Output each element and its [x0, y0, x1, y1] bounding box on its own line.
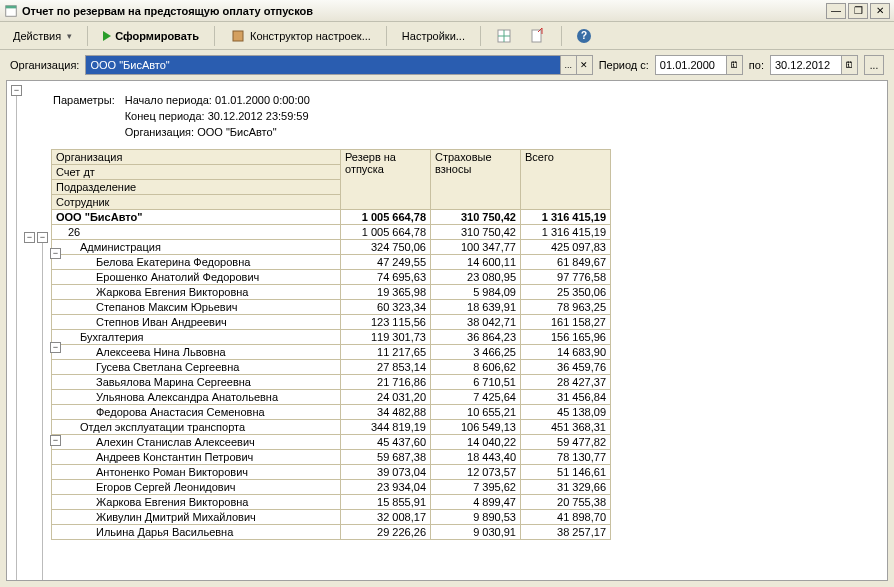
table-row[interactable]: Гусева Светлана Сергеевна27 853,148 606,… [52, 360, 611, 375]
cell-insurance: 106 549,13 [431, 420, 521, 435]
cell-reserve: 1 005 664,78 [341, 225, 431, 240]
table-row[interactable]: Живулин Дмитрий Михайлович32 008,179 890… [52, 510, 611, 525]
cell-reserve: 11 217,65 [341, 345, 431, 360]
period-from-field[interactable]: 🗓 [655, 55, 743, 75]
org-select-button[interactable]: ... [560, 56, 576, 74]
param-end-label: Конец периода: [125, 110, 205, 122]
cell-name: Администрация [52, 240, 341, 255]
cell-total: 425 097,83 [521, 240, 611, 255]
cell-insurance: 10 655,21 [431, 405, 521, 420]
table-row[interactable]: Антоненко Роман Викторович39 073,0412 07… [52, 465, 611, 480]
tree-toggle[interactable]: − [11, 85, 22, 96]
table-row[interactable]: Жаркова Евгения Викторовна19 365,985 984… [52, 285, 611, 300]
cell-name: Жаркова Евгения Викторовна [52, 495, 341, 510]
cell-insurance: 7 395,62 [431, 480, 521, 495]
cell-insurance: 8 606,62 [431, 360, 521, 375]
table-row[interactable]: Белова Екатерина Федоровна47 249,5514 60… [52, 255, 611, 270]
org-field[interactable]: ... ✕ [85, 55, 592, 75]
tree-toggle[interactable]: − [37, 232, 48, 243]
period-to-field[interactable]: 🗓 [770, 55, 858, 75]
cell-total: 41 898,70 [521, 510, 611, 525]
cell-name: Ерошенко Анатолий Федорович [52, 270, 341, 285]
table-row[interactable]: Жаркова Евгения Викторовна15 855,914 899… [52, 495, 611, 510]
close-button[interactable]: ✕ [870, 3, 890, 19]
cell-reserve: 324 750,06 [341, 240, 431, 255]
run-button[interactable]: Сформировать [96, 26, 206, 46]
table-row[interactable]: ООО "БисАвто"1 005 664,78310 750,421 316… [52, 210, 611, 225]
svg-rect-1 [6, 5, 17, 8]
table-row[interactable]: Степанов Максим Юрьевич60 323,3418 639,9… [52, 300, 611, 315]
cell-reserve: 29 226,26 [341, 525, 431, 540]
table-row[interactable]: Андреев Константин Петрович59 687,3818 4… [52, 450, 611, 465]
toolbar: Действия Сформировать Конструктор настро… [0, 22, 894, 50]
cell-total: 20 755,38 [521, 495, 611, 510]
cell-insurance: 5 984,09 [431, 285, 521, 300]
table-icon [496, 28, 512, 44]
cell-name: Жаркова Евгения Викторовна [52, 285, 341, 300]
table-row[interactable]: Федорова Анастасия Семеновна34 482,8810 … [52, 405, 611, 420]
cell-reserve: 39 073,04 [341, 465, 431, 480]
table-row[interactable]: Ильина Дарья Васильевна29 226,269 030,91… [52, 525, 611, 540]
actions-menu[interactable]: Действия [6, 26, 79, 46]
table-row[interactable]: 261 005 664,78310 750,421 316 415,19 [52, 225, 611, 240]
cell-name: Ильина Дарья Васильевна [52, 525, 341, 540]
table-row[interactable]: Бухгалтерия119 301,7336 864,23156 165,96 [52, 330, 611, 345]
table-row[interactable]: Егоров Сергей Леонидович23 934,047 395,6… [52, 480, 611, 495]
col-total: Всего [521, 150, 611, 210]
period-from-input[interactable] [656, 56, 726, 74]
cell-name: Степанов Максим Юрьевич [52, 300, 341, 315]
table-row[interactable]: Алексеева Нина Львовна11 217,653 466,251… [52, 345, 611, 360]
cell-insurance: 4 899,47 [431, 495, 521, 510]
period-to-label: по: [749, 59, 764, 71]
calendar-icon[interactable]: 🗓 [841, 56, 857, 74]
table-row[interactable]: Отдел эксплуатации транспорта344 819,191… [52, 420, 611, 435]
param-org-value: ООО "БисАвто" [197, 126, 276, 138]
table-row[interactable]: Администрация324 750,06100 347,77425 097… [52, 240, 611, 255]
maximize-button[interactable]: ❐ [848, 3, 868, 19]
tree-toggle[interactable]: − [50, 435, 61, 446]
cell-insurance: 310 750,42 [431, 225, 521, 240]
period-picker-button[interactable]: ... [864, 55, 884, 75]
cell-total: 59 477,82 [521, 435, 611, 450]
cell-reserve: 34 482,88 [341, 405, 431, 420]
table-row[interactable]: Ульянова Александра Анатольевна24 031,20… [52, 390, 611, 405]
cell-total: 38 257,17 [521, 525, 611, 540]
export-icon [530, 28, 546, 44]
cell-name: Алехин Станислав Алексеевич [52, 435, 341, 450]
wrench-icon [230, 28, 246, 44]
table-row[interactable]: Степнов Иван Андреевич123 115,5638 042,7… [52, 315, 611, 330]
cell-name: Федорова Анастасия Семеновна [52, 405, 341, 420]
cell-total: 36 459,76 [521, 360, 611, 375]
cell-insurance: 12 073,57 [431, 465, 521, 480]
settings-button[interactable]: Настройки... [395, 26, 472, 46]
col-dept: Подразделение [52, 180, 341, 195]
cell-insurance: 36 864,23 [431, 330, 521, 345]
cell-reserve: 59 687,38 [341, 450, 431, 465]
cell-name: Завьялова Марина Сергеевна [52, 375, 341, 390]
constructor-button[interactable]: Конструктор настроек... [223, 24, 378, 48]
minimize-button[interactable]: — [826, 3, 846, 19]
cell-total: 97 776,58 [521, 270, 611, 285]
param-end-value: 30.12.2012 23:59:59 [208, 110, 309, 122]
cell-total: 61 849,67 [521, 255, 611, 270]
table-row[interactable]: Ерошенко Анатолий Федорович74 695,6323 0… [52, 270, 611, 285]
period-to-input[interactable] [771, 56, 841, 74]
org-input[interactable] [86, 56, 559, 74]
cell-insurance: 38 042,71 [431, 315, 521, 330]
table-row[interactable]: Завьялова Марина Сергеевна21 716,866 710… [52, 375, 611, 390]
cell-total: 31 329,66 [521, 480, 611, 495]
cell-name: Егоров Сергей Леонидович [52, 480, 341, 495]
cell-reserve: 24 031,20 [341, 390, 431, 405]
tree-toggle[interactable]: − [24, 232, 35, 243]
table-row[interactable]: Алехин Станислав Алексеевич45 437,6014 0… [52, 435, 611, 450]
tree-toggle[interactable]: − [50, 342, 61, 353]
cell-name: 26 [52, 225, 341, 240]
tool-icon-2[interactable] [523, 24, 553, 48]
org-label: Организация: [10, 59, 79, 71]
tree-toggle[interactable]: − [50, 248, 61, 259]
help-button[interactable]: ? [570, 25, 598, 47]
tool-icon-1[interactable] [489, 24, 519, 48]
calendar-icon[interactable]: 🗓 [726, 56, 742, 74]
col-org: Организация [52, 150, 341, 165]
org-clear-button[interactable]: ✕ [576, 56, 592, 74]
